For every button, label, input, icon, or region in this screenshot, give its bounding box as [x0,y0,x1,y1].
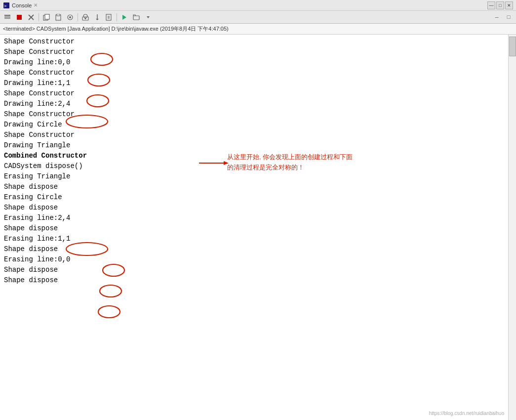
close-tab-icon[interactable]: ✕ [34,2,38,8]
svg-marker-26 [147,16,150,18]
svg-rect-4 [4,17,10,18]
scroll-lock-button[interactable] [80,12,91,22]
clear-button[interactable] [2,12,13,22]
svg-rect-2 [4,15,10,16]
console-line-4: Drawing line:1,1 [4,78,504,88]
main-content: Shape Constructor Shape Constructor Draw… [0,35,516,420]
toolbar-separator-1 [39,13,39,21]
console-line-0: Shape Constructor [4,37,504,47]
close-button[interactable]: ✕ [505,1,513,9]
console-output[interactable]: Shape Constructor Shape Constructor Draw… [0,35,508,420]
minimize-view-button[interactable]: — [491,12,502,22]
remove-button[interactable] [26,12,37,22]
console-line-2: Drawing line:0,0 [4,57,504,68]
open-button[interactable] [131,12,142,22]
console-line-9: Shape Constructor [4,130,504,140]
console-line-3: Shape Constructor [4,68,504,78]
console-toolbar: — □ [0,11,516,24]
console-line-21: Erasing line:0,0 [4,254,504,265]
svg-point-36 [98,306,120,318]
svg-rect-3 [4,16,10,17]
new-console-button[interactable] [104,12,115,22]
title-label: Console [12,2,32,8]
console-line-18: Shape dispose [4,223,504,234]
terminate-button[interactable] [14,12,25,22]
svg-point-35 [100,285,121,297]
console-line-17: Erasing line:2,4 [4,213,504,223]
svg-point-14 [69,16,71,18]
dropdown-button[interactable] [143,12,154,22]
svg-point-17 [85,18,86,19]
pin-button[interactable] [92,12,103,22]
console-line-19: Erasing line:1,1 [4,234,504,244]
run-button[interactable] [119,12,130,22]
svg-rect-12 [57,14,60,16]
svg-text:>: > [4,3,7,8]
svg-rect-15 [83,14,87,18]
svg-rect-6 [17,15,22,20]
console-line-22: Shape dispose [4,265,504,275]
svg-marker-19 [96,19,99,20]
svg-rect-5 [4,18,10,19]
minimize-button[interactable]: — [487,1,495,9]
console-line-23: Shape dispose [4,275,504,286]
paste-button[interactable] [53,12,64,22]
console-line-20: Shape dispose [4,244,504,254]
toolbar-separator-3 [117,13,117,21]
console-line-1: Shape Constructor [4,47,504,57]
maximize-view-button[interactable]: □ [503,12,514,22]
preferences-button[interactable] [65,12,76,22]
console-line-10: Drawing Triangle [4,140,504,151]
title-bar: > Console ✕ — □ ✕ [0,0,516,11]
console-line-6: Drawing line:2,4 [4,99,504,109]
maximize-button[interactable]: □ [496,1,504,9]
console-scrollbar[interactable] [508,35,516,420]
toolbar-separator-2 [78,13,78,21]
console-line-16: Shape dispose [4,203,504,213]
console-icon: > [3,2,10,9]
annotation-text: 从这里开始, 你会发现上面的创建过程和下面的清理过程是完全对称的！ [227,152,356,172]
console-line-8: Drawing Circle [4,120,504,130]
console-line-15: Erasing Circle [4,192,504,203]
terminated-status: <terminated> CADSystem [Java Application… [3,25,229,33]
svg-rect-25 [133,16,139,20]
console-line-14: Shape dispose [4,182,504,192]
window-buttons: — □ ✕ [487,1,513,9]
status-bar: <terminated> CADSystem [Java Application… [0,24,516,35]
svg-rect-10 [45,14,49,19]
credit-text: https://blog.csdn.net/ruidianbaihuo [429,411,504,416]
svg-marker-24 [122,15,126,20]
copy-button[interactable] [41,12,52,22]
console-line-13: Erasing Triangle [4,171,504,182]
console-line-5: Shape Constructor [4,88,504,99]
console-line-7: Shape Constructor [4,109,504,120]
scrollbar-thumb[interactable] [509,37,516,56]
eclipse-window: > Console ✕ — □ ✕ [0,0,516,420]
